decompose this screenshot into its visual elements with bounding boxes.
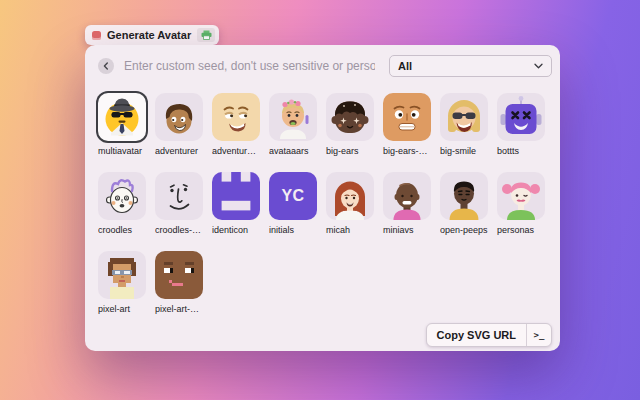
grid-cell: pixel-art (98, 251, 146, 315)
avatar-tile-open-peeps[interactable] (440, 172, 488, 220)
avatar-style-label: big-ears-neutral (383, 146, 431, 157)
grid-cell: open-peeps (440, 172, 488, 236)
avatar-style-label: pixel-art-neutral (155, 304, 203, 315)
avatar-style-label: avataaars (269, 146, 317, 157)
grid-cell: big-ears-neutral (383, 93, 431, 157)
print-icon-glyph (201, 30, 212, 40)
avatar-style-label: big-ears (326, 146, 374, 157)
avatar-style-label: pixel-art (98, 304, 146, 315)
personas-avatar (497, 172, 545, 220)
avatar-icon (92, 31, 101, 40)
avatar-tile-initials[interactable]: YC (269, 172, 317, 220)
avatar-tile-micah[interactable] (326, 172, 374, 220)
back-button[interactable] (98, 58, 114, 74)
bottts-avatar (497, 93, 545, 141)
print-icon[interactable] (197, 28, 215, 42)
open-peeps-avatar (440, 172, 488, 220)
seed-input[interactable] (122, 58, 377, 74)
avatar-tile-identicon[interactable] (212, 172, 260, 220)
avatar-style-label: multiavatar (98, 146, 146, 157)
avatar-style-label: micah (326, 225, 374, 236)
avatar-style-label: croodles (98, 225, 146, 236)
grid-cell: big-ears (326, 93, 374, 157)
identicon-avatar (212, 172, 260, 220)
avatar-tile-pixel-art-neutral[interactable] (155, 251, 203, 299)
big-smile-avatar (440, 93, 488, 141)
avatar-style-label: initials (269, 225, 317, 236)
avatar-tile-multiavatar[interactable] (98, 93, 146, 141)
croodles-avatar (98, 172, 146, 220)
grid-cell: big-smile (440, 93, 488, 157)
grid-cell: micah (326, 172, 374, 236)
micah-avatar (326, 172, 374, 220)
adventurer-neutral-avatar (212, 93, 260, 141)
style-filter-dropdown[interactable]: All (389, 55, 552, 77)
avatar-tile-personas[interactable] (497, 172, 545, 220)
avatar-tile-avataaars[interactable] (269, 93, 317, 141)
avatar-tile-croodles-neutral[interactable] (155, 172, 203, 220)
avatar-style-label: croodles-neutral (155, 225, 203, 236)
avatar-generator-window: All (85, 45, 560, 351)
grid-cell: miniavs (383, 172, 431, 236)
avatar-style-label: adventurer (155, 146, 203, 157)
pixel-art-avatar (98, 251, 146, 299)
avatar-style-grid: multiavatar adventurer (98, 93, 547, 315)
avatar-tile-bottts[interactable] (497, 93, 545, 141)
avatar-style-label: miniavs (383, 225, 431, 236)
big-ears-neutral-avatar (383, 93, 431, 141)
tab-title: Generate Avatar (107, 29, 191, 41)
pixel-art-neutral-avatar (155, 251, 203, 299)
grid-cell: croodles (98, 172, 146, 236)
grid-cell: multiavatar (98, 93, 146, 157)
chevron-down-icon (534, 63, 543, 69)
adventurer-avatar (155, 93, 203, 141)
grid-cell: avataaars (269, 93, 317, 157)
avatar-style-label: bottts (497, 146, 545, 157)
grid-cell: personas (497, 172, 545, 236)
initials-avatar: YC (269, 172, 317, 220)
grid-cell: croodles-neutral (155, 172, 203, 236)
avatar-tile-adventurer-neutral[interactable] (212, 93, 260, 141)
croodles-neutral-avatar (155, 172, 203, 220)
avatar-style-label: open-peeps (440, 225, 488, 236)
grid-cell: adventurer (155, 93, 203, 157)
generate-avatar-tab[interactable]: Generate Avatar (85, 25, 219, 45)
avatar-tile-miniavs[interactable] (383, 172, 431, 220)
chevron-left-icon (102, 62, 110, 70)
avatar-tile-pixel-art[interactable] (98, 251, 146, 299)
avatar-tile-big-ears[interactable] (326, 93, 374, 141)
grid-cell: adventurer-neutral (212, 93, 260, 157)
terminal-prompt-icon[interactable]: >_ (527, 324, 551, 346)
avatar-tile-big-smile[interactable] (440, 93, 488, 141)
filter-value: All (398, 60, 412, 72)
avatar-tile-croodles[interactable] (98, 172, 146, 220)
avatar-tile-adventurer[interactable] (155, 93, 203, 141)
grid-cell: bottts (497, 93, 545, 157)
multiavatar-avatar (98, 93, 146, 141)
grid-cell: identicon (212, 172, 260, 236)
big-ears-avatar (326, 93, 374, 141)
search-row: All (98, 54, 552, 78)
avatar-style-label: identicon (212, 225, 260, 236)
grid-cell: pixel-art-neutral (155, 251, 203, 315)
miniavs-avatar (383, 172, 431, 220)
avatar-style-label: adventurer-neutral (212, 146, 260, 157)
avatar-style-label: personas (497, 225, 545, 236)
grid-cell: YC initials (269, 172, 317, 236)
avatar-style-label: big-smile (440, 146, 488, 157)
avataaars-avatar (269, 93, 317, 141)
footer-actions: Copy SVG URL >_ (426, 323, 552, 347)
avatar-tile-big-ears-neutral[interactable] (383, 93, 431, 141)
copy-svg-url-button[interactable]: Copy SVG URL (427, 324, 527, 346)
